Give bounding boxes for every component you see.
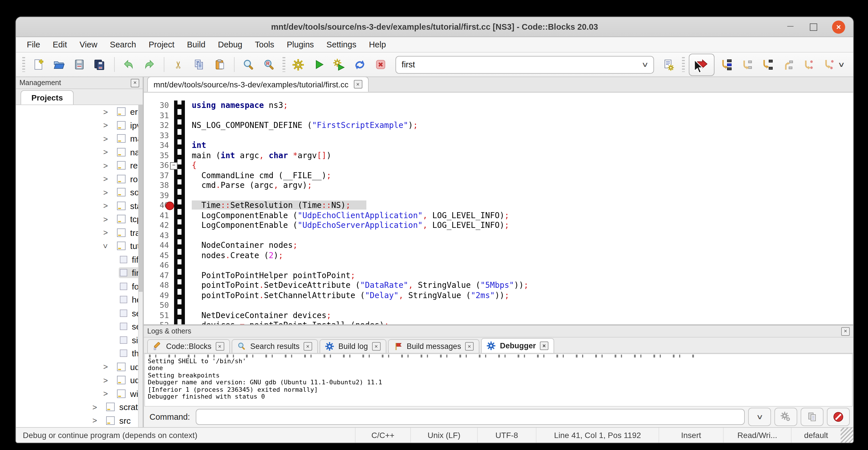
resize-grip[interactable]: [841, 428, 853, 443]
close-tab-icon[interactable]: [372, 342, 380, 351]
line-number[interactable]: 42: [144, 220, 174, 231]
tree-item-sock[interactable]: >sock: [16, 186, 143, 199]
tree-item-traf[interactable]: >traf: [16, 226, 143, 239]
code-line-43[interactable]: 43: [144, 231, 853, 240]
tree-item-fif[interactable]: fif: [16, 253, 143, 266]
line-number[interactable]: 50: [144, 300, 174, 310]
tree-item-six[interactable]: six: [16, 333, 143, 347]
code-line-41[interactable]: 41 LogComponentEnable ("UdpEchoClientApp…: [144, 210, 853, 220]
chevron-collapsed-icon[interactable]: >: [90, 416, 99, 425]
menu-help[interactable]: Help: [363, 40, 392, 49]
line-number[interactable]: 36: [144, 160, 174, 171]
copy-icon[interactable]: [191, 56, 208, 73]
line-number[interactable]: 34: [144, 141, 174, 150]
code-line-42[interactable]: 42 LogComponentEnable ("UdpEchoServerApp…: [144, 220, 853, 231]
next-instruction-icon[interactable]: [800, 56, 817, 73]
line-number[interactable]: 31: [144, 111, 174, 120]
code-line-46[interactable]: 46: [144, 261, 853, 270]
chevron-collapsed-icon[interactable]: >: [101, 134, 110, 143]
copy-log-button[interactable]: [801, 408, 824, 426]
marker-margin[interactable]: [174, 190, 185, 201]
title-bar[interactable]: mnt/dev/tools/source/ns-3-dev/examples/t…: [16, 17, 853, 37]
chevron-collapsed-icon[interactable]: >: [101, 389, 110, 398]
marker-margin[interactable]: [174, 300, 185, 310]
marker-margin[interactable]: [174, 310, 185, 320]
tree-item-erro[interactable]: >erro: [16, 105, 143, 119]
chevron-collapsed-icon[interactable]: >: [101, 188, 110, 197]
tree-item-th[interactable]: th: [16, 347, 143, 360]
code-line-40[interactable]: 40 Time::SetResolution (Time::NS);: [144, 201, 853, 210]
tree-item-real[interactable]: >real: [16, 159, 143, 172]
tree-item-nam[interactable]: >nam: [16, 145, 143, 159]
code-line-52[interactable]: 52 devices = pointToPoint.Install (nodes…: [144, 320, 853, 324]
tree-item-mat[interactable]: >mat: [16, 132, 143, 145]
tree-item-udp[interactable]: >udp: [16, 360, 143, 373]
tree-item-tcp[interactable]: >tcp: [16, 212, 143, 226]
marker-margin[interactable]: [174, 180, 185, 190]
tree-item-tuto[interactable]: >tuto: [16, 239, 143, 253]
tree-item-he[interactable]: he: [16, 293, 143, 306]
close-logs-icon[interactable]: [841, 327, 850, 335]
build-target-icon[interactable]: [660, 56, 677, 73]
tree-item-se[interactable]: se: [16, 306, 143, 320]
chevron-collapsed-icon[interactable]: >: [101, 362, 110, 371]
line-number[interactable]: 38: [144, 180, 174, 190]
marker-margin[interactable]: [174, 320, 185, 324]
tree-item-scratch[interactable]: >scratch: [16, 400, 143, 414]
toolbar-grip[interactable]: [682, 57, 685, 72]
line-number[interactable]: 48: [144, 280, 174, 290]
line-number[interactable]: 35: [144, 150, 174, 160]
tree-scrollbar[interactable]: [138, 105, 143, 427]
line-number[interactable]: 33: [144, 130, 174, 141]
tab-build-log[interactable]: Build log: [319, 339, 386, 353]
step-into-instruction-icon[interactable]: [820, 56, 837, 73]
debugger-command-input[interactable]: [196, 409, 745, 425]
line-number[interactable]: 51: [144, 310, 174, 320]
command-history-button[interactable]: [748, 408, 771, 426]
toolbar-grip[interactable]: [282, 57, 285, 72]
chevron-down-icon[interactable]: [642, 61, 649, 68]
marker-margin[interactable]: [174, 240, 185, 250]
editor-tab-first-cc[interactable]: mnt/dev/tools/source/ns-3-dev/examples/t…: [147, 77, 368, 92]
cut-icon[interactable]: ✂: [170, 56, 187, 73]
menu-search[interactable]: Search: [103, 40, 143, 49]
marker-margin[interactable]: [174, 280, 185, 290]
marker-margin[interactable]: [174, 120, 185, 130]
chevron-collapsed-icon[interactable]: >: [90, 402, 99, 412]
close-management-icon[interactable]: [131, 79, 139, 87]
line-number[interactable]: 37: [144, 171, 174, 180]
tab-code-blocks[interactable]: Code::Blocks: [147, 339, 230, 353]
build-and-run-icon[interactable]: [331, 56, 348, 73]
maximize-button[interactable]: [810, 23, 817, 31]
code-line-32[interactable]: 32NS_LOG_COMPONENT_DEFINE ("FirstScriptE…: [144, 120, 853, 130]
code-line-49[interactable]: 49 pointToPoint.SetChannelAttribute ("De…: [144, 290, 853, 300]
chevron-collapsed-icon[interactable]: >: [101, 215, 110, 224]
build-icon[interactable]: [290, 56, 307, 73]
line-number[interactable]: 45: [144, 250, 174, 261]
next-line-icon[interactable]: [738, 56, 755, 73]
tab-projects[interactable]: Projects: [21, 90, 74, 104]
abort-icon[interactable]: [372, 56, 389, 73]
code-editor[interactable]: 30using namespace ns3;3132NS_LOG_COMPONE…: [144, 92, 853, 324]
chevron-collapsed-icon[interactable]: >: [101, 148, 110, 157]
code-line-47[interactable]: 47 PointToPointHelper pointToPoint;: [144, 270, 853, 280]
marker-margin[interactable]: [174, 100, 185, 111]
marker-margin[interactable]: [174, 210, 185, 220]
line-number[interactable]: 46: [144, 261, 174, 270]
chevron-collapsed-icon[interactable]: >: [101, 108, 110, 117]
chevron-expanded-icon[interactable]: >: [101, 242, 110, 251]
menu-settings[interactable]: Settings: [320, 40, 363, 49]
tree-scrollbar-thumb[interactable]: [139, 105, 143, 292]
close-editor-tab-icon[interactable]: [353, 80, 362, 89]
tree-item-se[interactable]: se: [16, 320, 143, 333]
line-number[interactable]: 43: [144, 231, 174, 240]
menu-plugins[interactable]: Plugins: [280, 40, 320, 49]
code-line-39[interactable]: 39: [144, 190, 853, 201]
close-button[interactable]: [832, 20, 845, 33]
line-number[interactable]: 32: [144, 120, 174, 130]
run-to-cursor-icon[interactable]: [717, 56, 735, 73]
undo-icon[interactable]: [120, 56, 137, 73]
code-line-34[interactable]: 34int: [144, 141, 853, 150]
breakpoint-icon[interactable]: [165, 202, 174, 210]
paste-icon[interactable]: [211, 56, 228, 73]
